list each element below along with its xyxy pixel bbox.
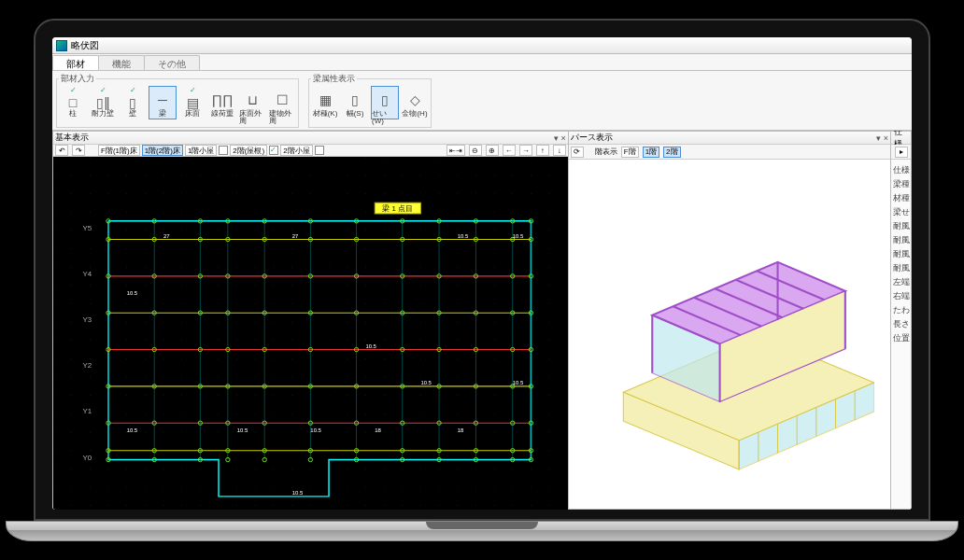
panel-close-icon[interactable]: ×	[884, 133, 888, 143]
svg-point-444	[457, 230, 458, 231]
svg-point-50	[90, 340, 91, 341]
floor-2[interactable]: 2階	[663, 147, 680, 158]
ribbon-depth-button[interactable]: ▯せい(W)	[371, 86, 399, 119]
ribbon-bldgchg-button[interactable]: ☐建物外周	[268, 86, 296, 119]
spec-item[interactable]: 材種	[891, 191, 911, 205]
ribbon-width-button[interactable]: ▯幅(S)	[341, 86, 369, 119]
tool-pan-left[interactable]: ←	[503, 145, 516, 156]
tab-function[interactable]: 機能	[98, 55, 145, 70]
ribbon-floorchg-button[interactable]: ⊔床面外周	[238, 86, 266, 119]
floor-option-3-checkbox[interactable]	[269, 146, 278, 155]
spec-item[interactable]: 梁種	[891, 177, 911, 191]
floor-option-3[interactable]: 2階(屋根)	[230, 145, 267, 156]
panel-close-icon[interactable]: ×	[561, 133, 566, 143]
svg-point-404	[420, 230, 421, 231]
svg-point-24	[71, 230, 72, 231]
svg-point-78	[108, 487, 109, 488]
spec-item[interactable]: 耐風	[891, 233, 911, 247]
svg-point-461	[475, 175, 476, 175]
spec-item[interactable]: 長さ	[891, 317, 911, 331]
ribbon-lineload-button[interactable]: ∏∏線荷重	[208, 86, 236, 119]
svg-point-353	[365, 395, 366, 396]
svg-point-494	[494, 413, 495, 414]
spec-item[interactable]: 梁せ	[891, 205, 911, 219]
svg-point-206	[236, 267, 237, 268]
floor-option-4-checkbox[interactable]	[315, 146, 324, 155]
spec-item[interactable]: 左端	[891, 275, 911, 289]
svg-point-187	[219, 285, 220, 286]
floor-option-1[interactable]: 1階(2階)床	[142, 145, 183, 156]
svg-point-109	[145, 322, 146, 323]
panel-pin-icon[interactable]: ▾	[554, 133, 559, 143]
ribbon-floor-button[interactable]: ✓▤床面	[178, 86, 206, 119]
svg-point-47	[90, 285, 91, 286]
spec-item[interactable]: 右端	[891, 289, 911, 303]
spec-item[interactable]: 仕様	[891, 163, 911, 177]
tool-pan-right[interactable]: →	[519, 145, 532, 156]
tool-zoom-out[interactable]: ⊖	[469, 145, 482, 156]
floor-1[interactable]: 1階	[643, 147, 659, 158]
tool-fit-h[interactable]: ⇤⇥	[447, 145, 465, 156]
ribbon-mat-button[interactable]: ▦材種(K)	[311, 86, 339, 119]
floor-option-0[interactable]: F階(1階)床	[98, 145, 140, 156]
svg-point-421	[439, 175, 440, 175]
ribbon-button-label: 材種(K)	[313, 110, 338, 118]
svg-point-277	[291, 469, 292, 469]
svg-point-250	[274, 340, 275, 341]
panel-pin-icon[interactable]: ▾	[876, 133, 881, 143]
ribbon-beam-button[interactable]: ─梁	[149, 86, 177, 119]
ribbon-hard-button[interactable]: ◇金物(H)	[401, 86, 429, 119]
tool-zoom-in[interactable]: ⊕	[486, 145, 499, 156]
spec-toggle[interactable]: ▸	[895, 147, 908, 158]
panel-title: 基本表示	[55, 132, 89, 144]
svg-point-153	[181, 395, 182, 396]
svg-point-348	[365, 303, 366, 304]
svg-point-518	[512, 487, 513, 488]
ribbon-group-label: 部材入力	[59, 73, 96, 85]
perspective-canvas[interactable]	[569, 160, 890, 509]
ribbon-wall-button[interactable]: ✓▯壁	[119, 86, 147, 119]
svg-point-503	[512, 212, 513, 213]
svg-point-259	[274, 505, 275, 506]
spec-item[interactable]: たわ	[891, 303, 911, 317]
tool-redo[interactable]: ↷	[72, 145, 85, 156]
svg-point-279	[291, 505, 292, 506]
spec-item[interactable]: 耐風	[891, 261, 911, 275]
svg-point-249	[274, 322, 275, 323]
floor-option-4[interactable]: 2階小屋	[280, 145, 312, 156]
spec-item[interactable]: 耐風	[891, 247, 911, 261]
spec-item[interactable]: 位置	[891, 331, 911, 345]
svg-point-271	[291, 358, 292, 359]
ribbon-pillar-button[interactable]: ✓□柱	[59, 86, 87, 119]
svg-text:10.5: 10.5	[292, 490, 304, 496]
svg-point-103	[145, 212, 146, 213]
svg-point-246	[274, 267, 275, 268]
tool-pan-up[interactable]: ↑	[536, 145, 549, 156]
floor-option-2-checkbox[interactable]	[219, 146, 228, 155]
plan-canvas[interactable]: 272710.510.510.510.510.510.510.510.510.5…	[53, 157, 568, 510]
svg-point-257	[274, 469, 275, 469]
tab-other[interactable]: その他	[144, 55, 200, 70]
svg-point-314	[329, 413, 330, 414]
floor-option-2[interactable]: 1階小屋	[185, 145, 217, 156]
svg-point-122	[163, 193, 164, 194]
tool-pan-down[interactable]: ↓	[553, 145, 566, 156]
svg-point-437	[439, 469, 440, 469]
floor-f[interactable]: F階	[621, 147, 639, 158]
perspective-refresh[interactable]: ⟳	[571, 147, 584, 158]
svg-text:Y5: Y5	[82, 224, 92, 232]
svg-point-123	[163, 212, 164, 213]
plan-toolbar: ↶ ↷ F階(1階)床1階(2階)床1階小屋2階(屋根)2階小屋 ⇤⇥ ⊖ ⊕ …	[53, 145, 568, 157]
svg-point-357	[365, 469, 366, 469]
ribbon-shearwall-button[interactable]: ✓▯‖耐力壁	[89, 86, 117, 119]
svg-point-108	[145, 303, 146, 304]
svg-point-481	[494, 175, 495, 175]
svg-point-324	[347, 230, 347, 231]
svg-point-261	[291, 175, 292, 175]
svg-point-28	[71, 303, 72, 304]
tool-undo[interactable]: ↶	[55, 145, 68, 156]
spec-item[interactable]: 耐風	[891, 219, 911, 233]
svg-point-341	[365, 175, 366, 175]
svg-point-457	[457, 469, 458, 469]
tab-member[interactable]: 部材	[52, 55, 99, 70]
